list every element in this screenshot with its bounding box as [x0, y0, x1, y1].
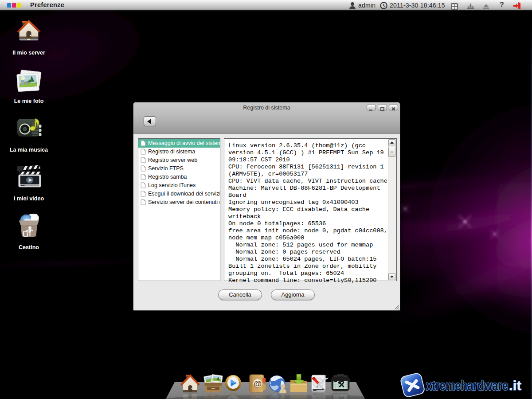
svg-text:.it: .it: [509, 379, 521, 393]
svg-text:@: @: [254, 379, 262, 388]
svg-text:xtremehardware: xtremehardware: [426, 379, 508, 393]
